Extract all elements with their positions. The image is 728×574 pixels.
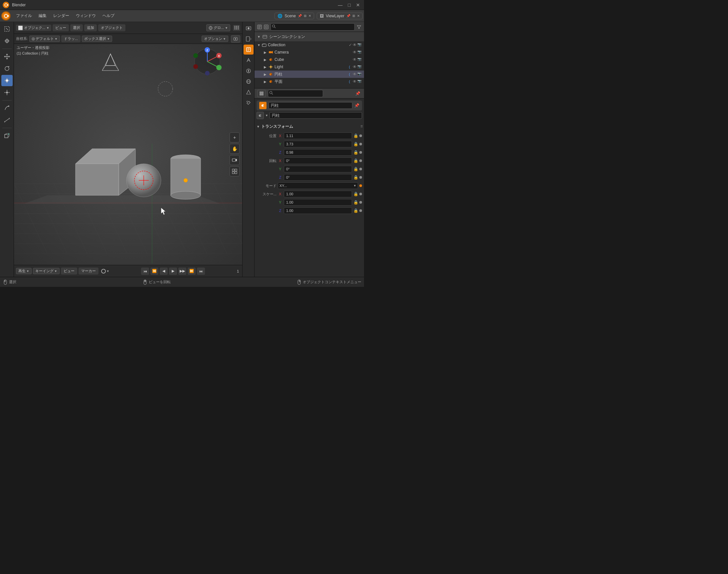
step-forward-btn[interactable]: ▶▶ [178,268,186,275]
props-name-pin[interactable]: 📌 [354,103,359,108]
playback-selector[interactable]: 再生 ▼ [16,268,32,274]
rotation-z-field[interactable]: 0° [284,174,352,181]
light-cam[interactable]: 📷 [357,65,361,69]
scale-y-lock[interactable]: 🔒 [353,200,358,205]
next-keyframe-btn[interactable]: ⏩ [188,268,196,275]
cube-eye[interactable]: 👁 [353,57,357,62]
props-data-type-btn[interactable] [257,112,264,119]
grid-view-btn[interactable] [229,166,240,176]
scale-z-lock[interactable]: 🔒 [353,208,358,213]
outliner-camera[interactable]: ▶ Camera 👁 📷 [255,49,364,56]
rotation-x-field[interactable]: 0° [284,157,352,164]
position-y-lock[interactable]: 🔒 [353,142,358,147]
global-selector[interactable]: グロ... ▼ [206,24,230,31]
prev-keyframe-btn[interactable]: ⏪ [151,268,158,275]
props-search-input[interactable] [268,90,323,97]
rotation-y-lock[interactable]: 🔒 [353,167,358,171]
drag-btn[interactable]: ドラッ... [61,35,81,42]
timeline-frame-type[interactable]: ▼ [101,269,110,274]
scene-selector[interactable]: 🌐 Scene 📌 ⊞ ✕ [274,13,314,19]
jump-end-btn[interactable]: ⏭ [197,268,205,275]
enjuu-cam[interactable]: 📷 [357,72,361,77]
pan-btn[interactable]: ✋ [229,144,240,154]
tool-rotate[interactable] [1,63,13,74]
menu-file[interactable]: ファイル [13,12,35,20]
position-z-lock[interactable]: 🔒 [353,150,358,155]
scale-x-field[interactable]: 1.00 [284,191,352,197]
camera-cam[interactable]: 📷 [357,50,361,54]
position-x-field[interactable]: 1.11 [284,132,352,139]
view-menu-btn[interactable]: ビュー [52,24,69,31]
rotation-mode-field[interactable]: XY... ▼ [278,182,358,189]
menu-edit[interactable]: 編集 [35,12,50,20]
props-object-name-input[interactable] [268,102,352,109]
outliner-filter-icon[interactable] [357,25,361,29]
scene-canvas[interactable]: ユーザー・透視投影 (1) Collection | 円柱 Z X [14,44,242,265]
light-eye[interactable]: 👁 [353,65,357,69]
timeline-marker-btn[interactable]: マーカー [79,268,98,275]
play-btn[interactable]: ▶ [169,268,177,275]
outliner-cube[interactable]: ▶ Cube 👁 📷 [255,56,364,63]
mode-selector[interactable]: ⬜ オブジェク... ▼ [16,25,51,31]
heimen-cam[interactable]: 📷 [357,79,361,84]
scale-y-field[interactable]: 1.00 [284,199,352,206]
scale-z-field[interactable]: 1.00 [284,207,352,214]
rotation-x-lock[interactable]: 🔒 [353,158,358,163]
keying-selector[interactable]: キーイング ▼ [33,268,59,274]
enjuu-eye[interactable]: 👁 [353,72,357,77]
object-menu-btn[interactable]: オブジェクト [98,24,125,31]
props-modifier-btn[interactable] [244,55,254,65]
step-back-btn[interactable]: ◀ [160,268,168,275]
coords-system-selector[interactable]: デフォルト ▼ [29,36,60,42]
viewport-options-btn[interactable] [233,25,240,31]
camera-view-btn[interactable] [229,155,240,165]
props-physics-btn[interactable] [244,66,254,76]
heimen-eye[interactable]: 👁 [353,79,357,84]
tool-transform[interactable] [1,87,13,98]
outliner-collection[interactable]: ▼ Collection ✓ 👁 📷 [255,41,364,49]
add-menu-btn[interactable]: 追加 [84,24,97,31]
scene-collection-arrow[interactable]: ▼ [257,35,260,39]
close-btn[interactable]: ✕ [355,2,361,8]
3d-viewport[interactable]: ⬜ オブジェク... ▼ ビュー 選択 追加 オブジェクト グロ... ▼ [14,22,242,277]
collection-check[interactable]: ✓ [349,43,352,47]
props-object-btn[interactable] [244,45,254,54]
select-menu-btn[interactable]: 選択 [70,24,83,31]
transform-section-header[interactable]: ▼ トランスフォーム ⠿ [255,122,364,131]
props-scene-btn[interactable] [244,87,254,97]
position-y-field[interactable]: 3.73 [284,141,352,148]
outliner-search-input[interactable] [270,23,355,31]
outliner-heimen[interactable]: ▶ 平面 ( 👁 📷 [255,78,364,85]
position-z-field[interactable]: 0.98 [284,149,352,156]
tool-scale[interactable] [1,75,13,86]
options-selector[interactable]: オプション ▼ [202,36,228,42]
props-data-name-input[interactable] [269,112,362,119]
maximize-btn[interactable]: □ [347,2,352,8]
minimize-btn[interactable]: — [337,2,344,8]
camera-eye[interactable]: 👁 [353,50,357,54]
viewlayer-selector[interactable]: 🖼 ViewLayer 📌 ⊞ ✕ [317,13,363,19]
props-pin-btn[interactable]: 📌 [354,90,361,97]
timeline-view-btn[interactable]: ビュー [61,268,77,275]
jump-start-btn[interactable]: ⏮ [141,268,149,275]
tool-select-box[interactable] [1,23,13,35]
menu-help[interactable]: ヘルプ [99,12,118,20]
collection-camera[interactable]: 📷 [357,43,361,47]
outliner-enjuu[interactable]: ▶ 円柱 ( 👁 📷 [255,71,364,78]
zoom-in-btn[interactable]: + [229,132,240,142]
tool-measure[interactable] [1,115,13,126]
rotation-z-lock[interactable]: 🔒 [353,175,358,180]
outliner-light[interactable]: ▶ Light ( 👁 📷 [255,63,364,71]
header-extra-btn[interactable] [231,35,240,43]
tool-annotate[interactable] [1,102,13,114]
rotation-y-field[interactable]: 0° [284,166,352,172]
props-output-btn[interactable] [244,34,254,44]
tool-move[interactable] [1,51,13,62]
select-mode-selector[interactable]: ボックス選択 ▼ [82,36,112,42]
props-world-btn[interactable] [244,77,254,86]
props-mode-btn[interactable] [257,90,266,97]
cube-cam[interactable]: 📷 [357,57,361,62]
scale-x-lock[interactable]: 🔒 [353,192,358,196]
frame-type-circle[interactable] [101,269,106,274]
props-tool-btn[interactable] [244,98,254,108]
